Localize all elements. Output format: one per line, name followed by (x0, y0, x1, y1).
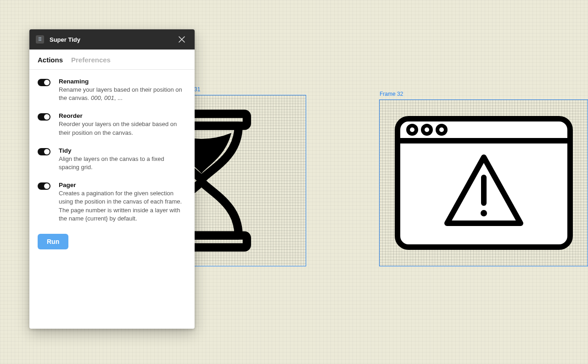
run-button[interactable]: Run (38, 234, 68, 249)
option-title: Reorder (59, 112, 186, 119)
toggle-pager[interactable] (38, 182, 50, 190)
desc-em: 000, 001 (91, 94, 114, 101)
frame-content (380, 100, 588, 266)
dialog-title: Super Tidy (50, 36, 175, 43)
run-row: Run (29, 223, 195, 249)
frame-label[interactable]: Frame 32 (380, 91, 403, 97)
frame-label[interactable]: 31 (194, 86, 200, 93)
option-description: Rename your layers based on their positi… (59, 86, 186, 102)
browser-warning-icon (392, 113, 576, 253)
close-button[interactable] (175, 33, 188, 46)
canvas-background[interactable]: 31 Frame 32 (0, 0, 588, 364)
tab-preferences[interactable]: Preferences (71, 56, 111, 64)
close-icon (179, 36, 185, 43)
option-description: Align the layers on the canvas to a fixe… (59, 155, 186, 171)
frame-label-text: Frame 32 (380, 91, 403, 97)
option-text: Pager Creates a pagination for the given… (59, 182, 186, 223)
option-text: Tidy Align the layers on the canvas to a… (59, 147, 186, 171)
option-text: Renaming Rename your layers based on the… (59, 78, 186, 102)
option-tidy: Tidy Align the layers on the canvas to a… (38, 147, 186, 171)
option-title: Pager (59, 182, 186, 188)
desc-text: , ... (114, 94, 123, 101)
frame-label-text: 31 (194, 86, 200, 93)
frame-32[interactable]: Frame 32 (379, 99, 588, 266)
option-title: Tidy (59, 147, 186, 154)
plugin-icon: ⠿ (36, 35, 44, 44)
toggle-tidy[interactable] (38, 148, 50, 155)
tabs: Actions Preferences (29, 50, 195, 70)
svg-point-8 (481, 210, 487, 216)
option-pager: Pager Creates a pagination for the given… (38, 182, 186, 223)
plugin-dialog: ⠿ Super Tidy Actions Preferences Renamin… (29, 29, 195, 329)
option-renaming: Renaming Rename your layers based on the… (38, 78, 186, 102)
toggle-renaming[interactable] (38, 79, 50, 86)
tab-actions[interactable]: Actions (38, 56, 63, 64)
options-list: Renaming Rename your layers based on the… (29, 70, 195, 223)
option-description: Creates a pagination for the given selec… (59, 189, 186, 223)
option-reorder: Reorder Reorder your layers on the sideb… (38, 112, 186, 137)
option-text: Reorder Reorder your layers on the sideb… (59, 112, 186, 137)
option-title: Renaming (59, 78, 186, 85)
toggle-reorder[interactable] (38, 113, 50, 121)
option-description: Reorder your layers on the sidebar based… (59, 120, 186, 137)
dialog-header[interactable]: ⠿ Super Tidy (29, 29, 195, 50)
